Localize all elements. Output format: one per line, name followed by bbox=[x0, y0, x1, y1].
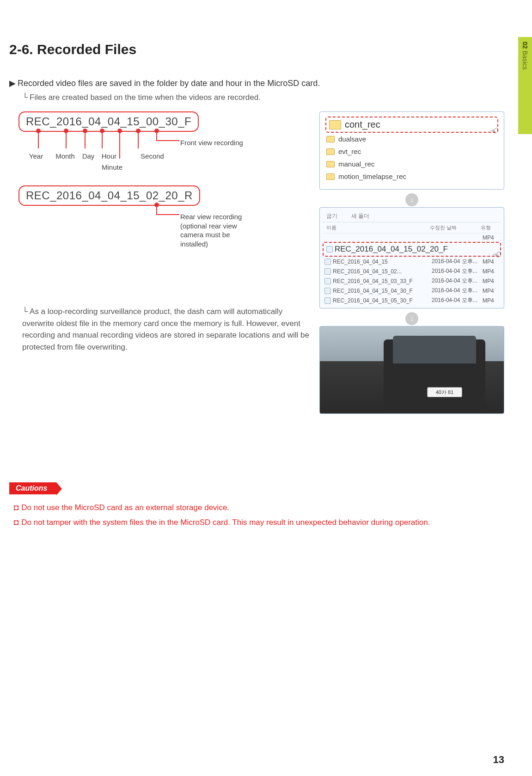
arrow-down-icon: ↓ bbox=[405, 193, 418, 206]
sub-intro-line: └Files are created based on the time whe… bbox=[22, 93, 504, 102]
page-title: 2-6. Recorded Files bbox=[9, 42, 504, 57]
loop-recording-text: └As a loop-recording surveillance produc… bbox=[22, 306, 316, 353]
label-row: Year Month Day Hour Second bbox=[22, 152, 165, 160]
col-date[interactable]: 수정한 날짜 bbox=[430, 224, 481, 231]
file-row[interactable]: REC_2016_04_04_15_04_30_F2016-04-04 오후..… bbox=[323, 286, 501, 296]
folder-icon bbox=[329, 120, 341, 129]
toolbar-burn[interactable]: 굽기 bbox=[326, 212, 337, 220]
bullet-icon: ◘ bbox=[14, 518, 18, 527]
folder-evt-rec[interactable]: evt_rec bbox=[325, 145, 498, 158]
folder-icon bbox=[326, 136, 335, 142]
folder-motion-timelapse[interactable]: motion_timelapse_rec bbox=[325, 170, 498, 183]
file-rows-container: REC_2016_04_04_152016-04-04 오후...MP4REC_… bbox=[323, 257, 501, 305]
filename-example-front: REC_2016_04_04_15_00_30_F bbox=[18, 111, 199, 132]
file-icon bbox=[324, 288, 331, 294]
cautions-tag: Cautions bbox=[9, 482, 56, 494]
bullet-icon: ◘ bbox=[14, 503, 18, 512]
left-column: REC_2016_04_04_15_00_30_F Year Month Day… bbox=[9, 111, 316, 418]
folder-icon bbox=[326, 161, 335, 167]
folder-dualsave[interactable]: dualsave bbox=[325, 133, 498, 145]
connector-rear bbox=[156, 205, 157, 214]
file-highlight[interactable]: REC_2016_04_04_15_02_20_F ☜ bbox=[323, 242, 501, 257]
file-row-type: MP4 bbox=[481, 234, 501, 242]
folder-cont-rec[interactable]: cont_rec ☜ bbox=[325, 117, 498, 133]
file-list-panel: 굽기 새 폴더 이름 수정한 날짜 유형 MP4 REC_2016_04_04_… bbox=[319, 207, 504, 308]
label-minute: Minute bbox=[102, 163, 122, 171]
label-year: Year bbox=[22, 152, 50, 160]
file-row[interactable]: REC_2016_04_04_152016-04-04 오후...MP4 bbox=[323, 257, 501, 266]
corner-icon: └ bbox=[22, 93, 28, 102]
caution-item-1: ◘Do not use the MicroSD card as an exter… bbox=[9, 502, 504, 514]
col-name[interactable]: 이름 bbox=[326, 224, 430, 231]
cautions-section: Cautions ◘Do not use the MicroSD card as… bbox=[9, 482, 504, 528]
dashcam-photo: 40가 81 bbox=[319, 326, 504, 414]
page-content: 2-6. Recorded Files ▶Recorded video file… bbox=[0, 0, 532, 554]
arrow-down-icon: ↓ bbox=[405, 312, 418, 325]
folder-panel: cont_rec ☜ dualsave evt_rec manual_rec bbox=[319, 111, 504, 190]
intro-line: ▶Recorded video files are saved in the f… bbox=[9, 78, 504, 88]
page-number: 13 bbox=[493, 754, 504, 766]
connector-year bbox=[38, 131, 39, 148]
corner-icon: └ bbox=[22, 307, 28, 316]
label-hour: Hour bbox=[100, 152, 118, 160]
car-window bbox=[393, 336, 476, 363]
file-icon bbox=[324, 297, 331, 304]
connector-front bbox=[156, 131, 157, 140]
folder-icon bbox=[326, 173, 335, 180]
toolbar-new-folder[interactable]: 새 폴더 bbox=[351, 212, 369, 220]
label-day: Day bbox=[80, 152, 96, 160]
annotation-rear: Rear view recording (optional rear view … bbox=[180, 212, 254, 248]
label-second: Second bbox=[140, 152, 165, 160]
connector-month bbox=[66, 131, 67, 148]
file-icon bbox=[324, 268, 331, 275]
arrow-icon: ▶ bbox=[9, 79, 16, 88]
caution-item-2: ◘Do not tamper with the system files the… bbox=[9, 517, 504, 529]
connector-day bbox=[85, 131, 86, 148]
annotation-front: Front view recording bbox=[180, 138, 243, 148]
license-plate: 40가 81 bbox=[427, 387, 462, 397]
connector-hour bbox=[102, 131, 103, 148]
folder-icon bbox=[326, 148, 335, 155]
file-column-headers: 이름 수정한 날짜 유형 bbox=[323, 222, 501, 234]
filename-example-rear: REC_2016_04_04_15_02_20_R bbox=[18, 185, 200, 206]
folder-manual-rec[interactable]: manual_rec bbox=[325, 158, 498, 170]
connector-rear-h bbox=[156, 214, 179, 215]
connector-front-h bbox=[156, 140, 179, 141]
content-grid: REC_2016_04_04_15_00_30_F Year Month Day… bbox=[9, 111, 504, 418]
right-column: cont_rec ☜ dualsave evt_rec manual_rec bbox=[319, 111, 504, 418]
label-month: Month bbox=[54, 152, 77, 160]
file-panel-toolbar: 굽기 새 폴더 bbox=[323, 210, 501, 222]
col-type[interactable]: 유형 bbox=[481, 224, 497, 231]
filename-diagram: REC_2016_04_04_15_00_30_F Year Month Day… bbox=[9, 111, 316, 278]
file-icon bbox=[324, 259, 331, 265]
file-icon bbox=[324, 278, 331, 284]
file-icon bbox=[326, 246, 333, 253]
file-row[interactable]: REC_2016_04_04_15_03_33_F2016-04-04 오후..… bbox=[323, 276, 501, 286]
file-row[interactable]: REC_2016_04_04_15_05_30_F2016-04-04 오후..… bbox=[323, 296, 501, 305]
connector-second bbox=[138, 131, 139, 148]
file-row[interactable]: REC_2016_04_04_15_02...2016-04-04 오후...M… bbox=[323, 266, 501, 276]
